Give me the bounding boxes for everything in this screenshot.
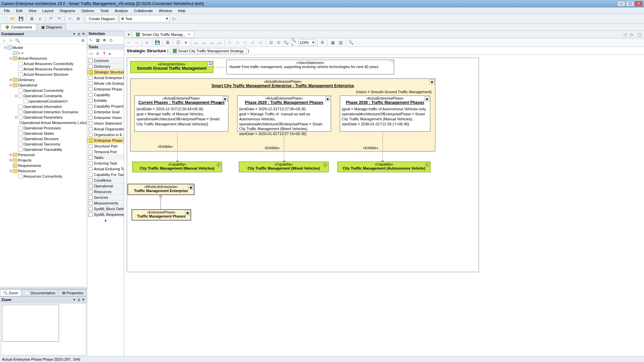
menu-options[interactable]: Options bbox=[78, 8, 97, 13]
breadcrumb-item[interactable]: Smart City Traffic Management Strategy bbox=[170, 48, 247, 54]
tab-documentation[interactable]: 📄Documentation bbox=[22, 289, 58, 296]
panel-menu-icon[interactable]: ▾ bbox=[72, 298, 76, 302]
tree-item[interactable]: Requirements bbox=[1, 163, 86, 168]
tree-item[interactable]: Operational States bbox=[1, 131, 86, 136]
panel-close-icon[interactable]: ✕ bbox=[82, 298, 86, 302]
print-icon[interactable]: 🖶 bbox=[164, 39, 171, 46]
run-button[interactable]: ▷ bbox=[171, 15, 178, 22]
tree-item[interactable]: Operational Information bbox=[1, 104, 86, 109]
palette-group[interactable]: Tasks bbox=[87, 155, 124, 160]
menu-file[interactable]: File bbox=[1, 8, 13, 13]
menu-layout[interactable]: Layout bbox=[40, 8, 56, 13]
minimize-button[interactable]: — bbox=[617, 1, 625, 6]
menu-diagrams[interactable]: Diagrams bbox=[57, 8, 78, 13]
tab-list-icon[interactable]: ▾ bbox=[125, 31, 132, 38]
palette-group[interactable]: Dictionary bbox=[87, 63, 124, 69]
home-icon[interactable]: ⌂ bbox=[1, 38, 7, 43]
palette-item[interactable]: Exhibits bbox=[87, 98, 124, 103]
star-icon[interactable]: ☆ bbox=[8, 38, 13, 43]
maximize-button[interactable]: ▢ bbox=[626, 1, 634, 6]
palette-item[interactable]: Structural Part bbox=[87, 143, 124, 149]
tab-zoom[interactable]: 🔍Zoom bbox=[0, 289, 21, 296]
marquee-tool[interactable]: ▦ bbox=[95, 37, 101, 43]
grid-icon[interactable]: ▦ bbox=[329, 39, 336, 46]
open-button[interactable]: 📂 bbox=[9, 15, 16, 22]
tree-item[interactable]: ⊞Personnel bbox=[1, 152, 86, 158]
menu-edit[interactable]: Edit bbox=[13, 8, 25, 13]
legend-icon[interactable]: ▤ bbox=[337, 39, 344, 46]
new-button[interactable]: 📄 bbox=[1, 15, 8, 22]
vision-statement-node[interactable]: «VisionStatement» Hassle Free traffic ma… bbox=[226, 60, 394, 74]
tree-item[interactable]: Resources Connectivity bbox=[1, 174, 86, 179]
save-button[interactable]: 💾 bbox=[17, 15, 24, 22]
diagram-canvas[interactable]: «EnterpriseVision» Smooth Ground Traffic… bbox=[124, 55, 644, 356]
panel-menu-icon[interactable]: ▾ bbox=[72, 32, 76, 36]
tree-item[interactable]: < > bbox=[1, 50, 86, 56]
layout-icon[interactable]: ☷ bbox=[175, 39, 181, 46]
enterprise-phase-node[interactable]: «EnterprisePhase» Traffic Management Pha… bbox=[131, 209, 191, 221]
tree-item[interactable]: Operational Taxonomy bbox=[1, 141, 86, 147]
palette-item[interactable]: Enterprise Vision bbox=[87, 115, 124, 120]
tree-item[interactable]: ⊟Operational Parameters bbox=[1, 115, 86, 120]
containment-tree[interactable]: ⊟Model< >⊟Actual ResourcesActual Resourc… bbox=[0, 44, 87, 287]
tab-properties[interactable]: ▤Properties bbox=[59, 289, 86, 296]
palette-group[interactable]: Resources bbox=[87, 189, 124, 194]
note-tool[interactable]: ▭ bbox=[88, 51, 94, 57]
tree-item[interactable]: ⊟Model bbox=[1, 45, 86, 50]
print-button[interactable]: 🖶 bbox=[29, 15, 35, 22]
menu-window[interactable]: Window bbox=[156, 8, 174, 13]
palette-group[interactable]: SysML Requirements ... bbox=[87, 212, 124, 217]
lasso-tool[interactable]: ⊙ bbox=[108, 37, 114, 43]
tab-containment[interactable]: 🌳Containment bbox=[1, 24, 36, 31]
back-icon[interactable]: ← bbox=[125, 39, 132, 46]
palette-item[interactable]: Capability bbox=[87, 92, 124, 98]
menu-collaborate[interactable]: Collaborate bbox=[131, 8, 155, 13]
text-tool-2[interactable]: T bbox=[101, 51, 107, 57]
close-button[interactable]: ✕ bbox=[635, 1, 643, 6]
palette-item[interactable]: Capability Property bbox=[87, 103, 124, 109]
pan-tool[interactable]: ✥ bbox=[101, 37, 107, 43]
palette-group[interactable]: Operational bbox=[87, 183, 124, 189]
zoom-input[interactable]: 129%▾ bbox=[299, 40, 315, 46]
tree-item[interactable]: Actual Resources Structure bbox=[1, 72, 86, 77]
text-tool[interactable]: A bbox=[95, 51, 101, 57]
palette-group[interactable]: Enterprise Phase Str... bbox=[87, 137, 124, 143]
fwd-icon[interactable]: → bbox=[133, 39, 140, 46]
tree-item[interactable]: Operational Structure bbox=[1, 136, 86, 141]
perspective-select[interactable]: ⊕Test ▾ bbox=[119, 15, 170, 22]
settings-button[interactable]: ⚙ bbox=[75, 15, 82, 22]
undo-button[interactable]: ↶ bbox=[48, 15, 54, 22]
tree-item[interactable]: Operational Actual Measurements (.xlsx) bbox=[1, 120, 86, 125]
close-tab-icon[interactable]: ✕ bbox=[187, 32, 191, 37]
tree-item[interactable]: Actual Resources Connectivity bbox=[1, 61, 86, 66]
panel-pin-icon[interactable]: ◇ bbox=[77, 298, 81, 302]
capability-auto-node[interactable]: «Capability» City Traffic Management (Au… bbox=[337, 162, 431, 172]
palette-item[interactable]: Enduring Task bbox=[87, 160, 124, 166]
palette-group[interactable]: Services bbox=[87, 194, 124, 200]
capability-manual-node[interactable]: «Capability» City Traffic Management (Ma… bbox=[132, 162, 222, 172]
pointer-tool[interactable]: ↖ bbox=[88, 37, 94, 43]
tree-item[interactable]: Operational Interaction Scenarios bbox=[1, 109, 86, 115]
menu-view[interactable]: View bbox=[26, 8, 39, 13]
nav-fwd-icon[interactable]: ▷ bbox=[629, 31, 635, 38]
tree-item[interactable]: ⊟Operational Constraints bbox=[1, 93, 86, 99]
palette-group[interactable]: Conditions bbox=[87, 177, 124, 183]
chevron-down-icon[interactable]: ▾ bbox=[182, 39, 189, 46]
chevron-right-icon[interactable]: ▸ bbox=[108, 51, 112, 57]
zoom-out-icon[interactable]: 🔍- bbox=[283, 39, 290, 46]
panel-pin-icon[interactable]: ◇ bbox=[77, 32, 81, 36]
capability-mixed-node[interactable]: «Capability» City Traffic Management (Mi… bbox=[239, 162, 329, 172]
menu-tools[interactable]: Tools bbox=[97, 8, 111, 13]
palette-item[interactable]: Capability For Task bbox=[87, 172, 124, 177]
save-icon[interactable]: 💾 bbox=[154, 39, 161, 46]
gear-icon[interactable]: ⚙ bbox=[319, 39, 326, 46]
tree-item[interactable]: ⊟Resources bbox=[1, 168, 86, 174]
palette-item[interactable]: Actual Organization bbox=[87, 126, 124, 132]
palette-group[interactable]: SysML Block Definitio... bbox=[87, 206, 124, 212]
gear-icon[interactable]: ⚙ bbox=[80, 38, 86, 43]
tree-item[interactable]: Actual Resources Parameters bbox=[1, 66, 86, 72]
tree-item[interactable]: operationalConstraint1= bbox=[1, 99, 86, 104]
export-button[interactable]: ⎋ bbox=[37, 15, 43, 22]
phase-2030-node[interactable]: «ActualEnterprisePhase» Phase 2030 : Tra… bbox=[340, 96, 430, 132]
select-in-tree-icon[interactable]: ⎋ bbox=[144, 39, 150, 46]
